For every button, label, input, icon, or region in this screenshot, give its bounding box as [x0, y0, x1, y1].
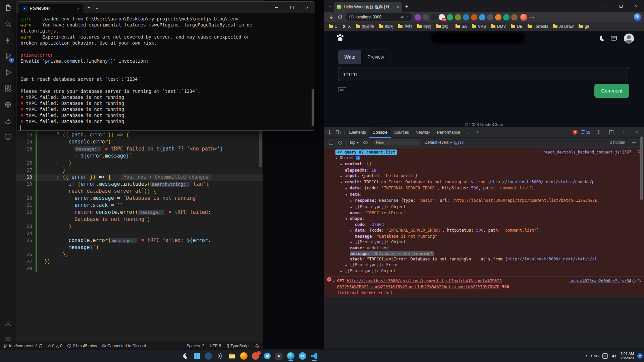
console-row[interactable]: ▼Objecti — [324, 155, 644, 162]
message-count-badge[interactable]: 35 — [454, 140, 464, 144]
telegram-icon[interactable] — [263, 351, 272, 361]
console-row[interactable]: ▼meta: — [324, 192, 644, 198]
console-settings-gear-icon[interactable] — [629, 138, 639, 147]
console-row[interactable]: ▶[[Prototype]]: Error — [324, 262, 644, 268]
code-row[interactable]: 20 error.message = `Database is not runn… — [16, 195, 263, 202]
code-row[interactable]: 18 : ({ error }) => {You, now • Uncommit… — [16, 174, 263, 181]
activity-globe-icon[interactable] — [0, 97, 16, 113]
activity-docker-icon[interactable] — [0, 113, 16, 129]
volume-icon[interactable] — [611, 354, 616, 359]
browser-tab[interactable]: Hello World 你好 世界 | NekoCha... × — [334, 2, 402, 12]
console-row[interactable]: ▶[[Prototype]]: Object — [324, 204, 644, 210]
console-row[interactable]: name: "TRPCClientError" — [324, 210, 644, 216]
browser-close-button[interactable]: × — [629, 0, 644, 12]
site-info-icon[interactable]: i — [349, 15, 354, 19]
activity-thunder-client-icon[interactable] — [0, 32, 16, 48]
network-error-row[interactable]: 0%22%3A%7B%22json%22%3A%7B%22postId%22%3… — [324, 284, 644, 290]
tab-search-icon[interactable]: ▾ — [326, 2, 334, 10]
console-row[interactable]: << query #2 comment.listreact_devtools_b… — [324, 149, 644, 155]
code-row[interactable]: message}`) — [16, 244, 263, 251]
console-filter-input[interactable] — [373, 139, 420, 145]
console-row[interactable]: ▶[[Prototype]]: Object — [324, 268, 644, 275]
devtools-tab-elements[interactable]: Elements — [346, 127, 369, 138]
user-avatar[interactable] — [624, 34, 634, 44]
code-row[interactable]: 17 } — [16, 167, 263, 174]
bookmark-star-icon[interactable]: ☆ — [406, 15, 409, 19]
collapsed-arrow-icon[interactable]: ▶ — [333, 279, 337, 285]
terminal-maximize-button[interactable] — [284, 2, 300, 13]
code-row[interactable]: 14 console.error( — [16, 138, 263, 145]
ext-blue[interactable] — [463, 14, 469, 20]
dark-mode-moon-icon[interactable] — [598, 35, 605, 42]
terminal-close-button[interactable]: × — [300, 2, 315, 13]
ime-app-icon[interactable]: A — [274, 351, 283, 361]
devtools-tab-performance[interactable]: Performance — [434, 127, 464, 138]
dock-side-icon[interactable] — [606, 128, 616, 137]
ext-brown[interactable] — [511, 14, 518, 20]
settings-gear-icon[interactable] — [216, 351, 225, 361]
time-tracker[interactable]: 2 hrs 45 mins — [67, 344, 97, 348]
notif-app-icon[interactable]: 4 — [251, 351, 260, 361]
code-row[interactable]: 13 ? ({ path, error }) => { — [16, 131, 263, 138]
ext-dark-1[interactable] — [423, 14, 429, 20]
collapsed-arrow-icon[interactable]: ▶ — [340, 174, 345, 179]
device-toolbar-icon[interactable] — [333, 128, 343, 137]
read-aloud-icon[interactable]: A⁾ — [401, 15, 404, 19]
ime-mode-icon[interactable]: A — [602, 353, 608, 359]
code-row[interactable]: 21 error.stack = '' — [16, 202, 263, 209]
expanded-arrow-icon[interactable]: ▼ — [345, 217, 350, 222]
error-count-badge[interactable]: 9 — [573, 130, 578, 135]
devtools-menu-kebab-icon[interactable]: ⋮ — [619, 128, 629, 137]
expanded-arrow-icon[interactable]: ▼ — [335, 156, 340, 162]
activity-source-control-icon[interactable]: 1 — [0, 48, 16, 64]
console-row[interactable]: elapsedMs: 18 — [324, 168, 644, 173]
bookmark-item[interactable]: AI Draw — [553, 24, 574, 29]
firefox-icon[interactable] — [239, 351, 248, 361]
profile-avatar[interactable] — [520, 14, 527, 21]
collapsed-arrow-icon[interactable]: ▶ — [340, 269, 345, 275]
language-indicator[interactable]: {}TypeScript — [226, 344, 250, 348]
terminal-scrollbar[interactable] — [312, 89, 314, 126]
new-tab-button[interactable]: + — [405, 3, 408, 9]
collapsed-arrow-icon[interactable]: ▶ — [345, 263, 350, 268]
bookmark-item[interactable]: 1 — [329, 24, 337, 29]
activity-search-icon[interactable] — [0, 16, 16, 32]
browser-maximize-button[interactable] — [613, 0, 629, 12]
devtools-tab-sources[interactable]: Sources — [391, 127, 412, 138]
terminal-output[interactable]: info - Loaded env from C:\Users\aaron\De… — [16, 13, 315, 131]
ext-light-badge[interactable]: 10 — [439, 14, 445, 20]
editor-scrollbar[interactable] — [259, 131, 262, 167]
code-row[interactable]: 22 return console.error(message: '✖ tRPC… — [16, 209, 263, 216]
console-row[interactable]: ▶response: Response {type: 'basic', url:… — [324, 198, 644, 204]
ext-sky[interactable] — [479, 14, 485, 20]
console-row[interactable]: ▼result: TRPCClientError: Database is no… — [324, 179, 644, 186]
inspect-element-icon[interactable] — [324, 128, 333, 137]
address-bar[interactable]: i localhost:3000... A⁾ ☆ — [346, 13, 412, 21]
browser-minimize-button[interactable] — [598, 0, 613, 12]
command-palette-icon[interactable] — [610, 35, 617, 42]
browser-menu-icon[interactable]: ⋯ — [530, 15, 535, 20]
terminal-tab-powershell[interactable]: >_ PowerShell × — [19, 4, 83, 13]
add-tab-icon[interactable]: + — [473, 128, 482, 137]
indentation-indicator[interactable]: Spaces: 2 — [186, 344, 204, 348]
expanded-arrow-icon[interactable]: ▼ — [340, 180, 345, 186]
hidden-messages-label[interactable]: 2 hidden — [610, 140, 625, 145]
tab-write[interactable]: Write — [338, 50, 361, 64]
tab-preview[interactable]: Preview — [361, 50, 390, 64]
collapsed-arrow-icon[interactable]: ▶ — [351, 228, 355, 234]
bookmark-item[interactable]: git — [579, 24, 589, 29]
code-row[interactable]: : ${error.message}` — [16, 153, 263, 160]
comment-input[interactable] — [338, 67, 629, 81]
ext-amber[interactable] — [495, 14, 501, 20]
bookmark-item[interactable]: 前端 — [417, 24, 431, 29]
browser-dark-icon[interactable] — [204, 351, 213, 361]
devtools-tab-network[interactable]: Network — [412, 127, 434, 138]
activity-extensions-icon[interactable] — [0, 80, 16, 97]
copilot-icon[interactable]: b — [634, 13, 641, 21]
console-row[interactable]: message: "Database is not running" — [324, 251, 644, 257]
network-error-row[interactable]: ▶GET http://localhost:3000/api/trpc/comm… — [324, 278, 644, 285]
widgets-moon-icon[interactable] — [180, 351, 190, 361]
collapsed-arrow-icon[interactable]: ▶ — [351, 205, 355, 210]
language-indicator[interactable]: ENG — [591, 354, 599, 358]
terminal-minimize-button[interactable] — [269, 2, 284, 13]
